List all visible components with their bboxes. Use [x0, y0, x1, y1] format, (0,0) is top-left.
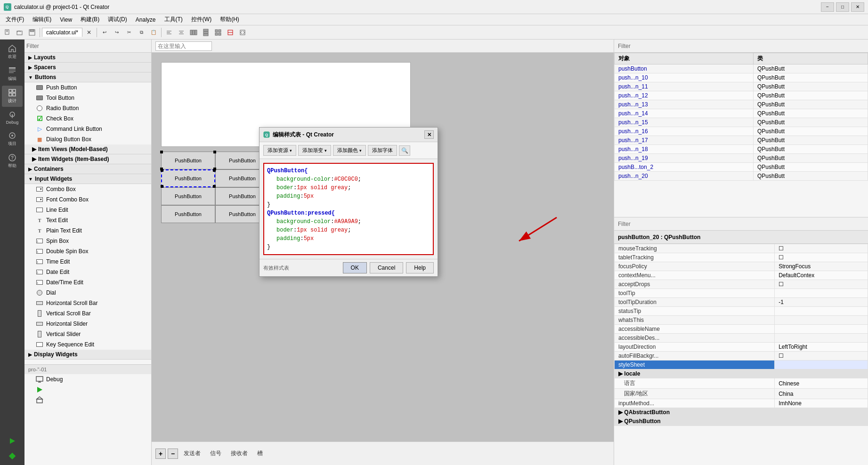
add-resource-btn[interactable]: 添加资源 ▾ [263, 145, 296, 156]
run-btn[interactable] [2, 434, 23, 448]
table-row[interactable]: pushButtonQPushButt [615, 64, 868, 73]
toolbar-layout-grid[interactable] [212, 27, 224, 38]
add-connection-btn[interactable]: + [155, 449, 166, 459]
property-row[interactable]: ▶ QPushButton [615, 417, 868, 426]
mode-edit[interactable]: 编辑 [2, 64, 23, 85]
minimize-btn[interactable]: − [821, 2, 834, 12]
table-row[interactable]: push...n_14QPushButt [615, 109, 868, 118]
sidebar-item-vertical-slider[interactable]: Vertical Slider [24, 329, 151, 339]
sidebar-item-text-edit[interactable]: T Text Edit [24, 215, 151, 225]
table-row[interactable]: pushB...ton_2QPushButt [615, 163, 868, 172]
sidebar-item-line-edit[interactable]: Line Edit [24, 205, 151, 215]
property-row[interactable]: mouseTracking☐ [615, 244, 868, 253]
property-row[interactable]: toolTip [615, 289, 868, 298]
menu-view[interactable]: View [56, 16, 76, 24]
toolbar-layout-v[interactable] [200, 27, 211, 38]
group-display-widgets[interactable]: ▶ Display Widgets [24, 350, 151, 360]
push-button-6[interactable]: PushButton [161, 187, 215, 205]
menu-controls[interactable]: 控件(W) [187, 15, 215, 24]
sidebar-item-radio-button[interactable]: Radio Button [24, 103, 151, 113]
sidebar-item-build-bottom[interactable] [24, 395, 151, 405]
toolbar-redo[interactable]: ↪ [111, 27, 122, 38]
push-button-3[interactable]: PushButton [161, 169, 215, 187]
dialog-cancel-btn[interactable]: Cancel [370, 262, 403, 273]
property-row[interactable]: accessibleDes... [615, 334, 868, 343]
property-row[interactable]: styleSheet [615, 361, 868, 369]
table-row[interactable]: push...n_13QPushButt [615, 100, 868, 109]
maximize-btn[interactable]: □ [836, 2, 849, 12]
table-row[interactable]: push...n_15QPushButt [615, 118, 868, 127]
toolbar-layout-h[interactable] [188, 27, 199, 38]
property-row[interactable]: accessibleName [615, 325, 868, 334]
property-row[interactable]: ▶ QAbstractButton [615, 408, 868, 417]
property-row[interactable]: layoutDirectionLeftToRight [615, 343, 868, 352]
code-editor[interactable]: QPushButton{ background-color:#C0C0C0; b… [263, 163, 434, 255]
sidebar-item-key-sequence[interactable]: Key Sequence Edit [24, 339, 151, 350]
add-color-btn[interactable]: 添加颜色 ▾ [333, 145, 366, 156]
toolbar-align-left[interactable] [163, 27, 175, 38]
dialog-search-btn[interactable]: 🔍 [399, 145, 410, 156]
table-row[interactable]: push...n_11QPushButt [615, 82, 868, 91]
property-row[interactable]: 语言Chinese [615, 378, 868, 389]
mode-welcome[interactable]: 欢迎 [2, 41, 23, 63]
mode-project[interactable]: 项目 [2, 128, 23, 150]
toolbar-open[interactable] [14, 27, 25, 38]
property-row[interactable]: acceptDrops☐ [615, 280, 868, 289]
menu-build[interactable]: 构建(B) [77, 15, 103, 24]
property-row[interactable]: inputMethod...ImhNone [615, 399, 868, 408]
tab-signal[interactable]: 信号 [206, 449, 225, 458]
toolbar-undo[interactable]: ↩ [99, 27, 110, 38]
sidebar-item-spin-box[interactable]: ↕ Spin Box [24, 236, 151, 246]
menu-file[interactable]: 文件(F) [2, 15, 28, 24]
toolbar-copy[interactable]: ⧉ [136, 27, 147, 38]
tab-slot[interactable]: 槽 [253, 449, 267, 458]
sidebar-item-horizontal-scroll[interactable]: Horizontal Scroll Bar [24, 298, 151, 308]
dialog-close-btn[interactable]: ✕ [424, 130, 434, 139]
sidebar-item-font-combo-box[interactable]: ▾ Font Combo Box [24, 194, 151, 205]
table-row[interactable]: push...n_17QPushButt [615, 136, 868, 145]
build-btn[interactable] [2, 449, 23, 463]
group-containers[interactable]: ▶ Containers [24, 164, 151, 174]
menu-edit[interactable]: 编辑(E) [29, 15, 55, 24]
table-row[interactable]: push...n_20QPushButt [615, 172, 868, 181]
group-buttons[interactable]: ▼ Buttons [24, 72, 151, 82]
menu-tools[interactable]: 工具(T) [161, 15, 187, 24]
sidebar-item-horizontal-slider[interactable]: Horizontal Slider [24, 319, 151, 329]
add-font-btn[interactable]: 添加字体 [368, 145, 397, 156]
file-tab[interactable]: calculator.ui* [42, 28, 82, 37]
property-row[interactable]: autoFillBackgr...☐ [615, 352, 868, 361]
property-row[interactable]: ▶ locale [615, 369, 868, 378]
group-layouts[interactable]: ▶ Layouts [24, 53, 151, 63]
mode-design[interactable]: 设计 [2, 86, 23, 107]
sidebar-item-dial[interactable]: Dial [24, 288, 151, 298]
sidebar-item-vertical-scroll[interactable]: Vertical Scroll Bar [24, 308, 151, 319]
sidebar-item-command-link[interactable]: ▷ Command Link Button [24, 124, 151, 134]
property-row[interactable]: focusPolicyStrongFocus [615, 262, 868, 271]
menu-analyze[interactable]: Analyze [132, 16, 160, 24]
close-btn[interactable]: ✕ [851, 2, 864, 12]
sidebar-item-debug-bottom[interactable]: Debug [24, 374, 151, 385]
toolbar-new[interactable] [2, 27, 13, 38]
push-button-9[interactable]: PushButton [161, 205, 215, 223]
sidebar-item-run-bottom[interactable] [24, 385, 151, 395]
dialog-ok-btn[interactable]: OK [343, 262, 367, 273]
property-row[interactable]: statusTip [615, 307, 868, 316]
sidebar-item-tool-button[interactable]: Tool Button [24, 93, 151, 103]
sidebar-item-double-spin-box[interactable]: ↕ Double Spin Box [24, 246, 151, 257]
tab-sender[interactable]: 发送者 [180, 449, 204, 458]
property-row[interactable]: contextMenu...DefaultContex [615, 271, 868, 280]
menu-help[interactable]: 帮助(H) [216, 15, 243, 24]
table-row[interactable]: push...n_16QPushButt [615, 127, 868, 136]
group-item-widgets[interactable]: ▶ Item Widgets (Item-Based) [24, 154, 151, 164]
sidebar-item-plain-text-edit[interactable]: T Plain Text Edit [24, 225, 151, 236]
property-row[interactable]: tabletTracking☐ [615, 253, 868, 262]
toolbar-save[interactable] [26, 27, 38, 38]
dialog-help-btn[interactable]: Help [406, 262, 434, 273]
mode-debug[interactable]: Debug [2, 108, 23, 128]
toolbar-cut[interactable]: ✂ [123, 27, 135, 38]
table-row[interactable]: push...n_19QPushButt [615, 154, 868, 163]
table-row[interactable]: push...n_10QPushButt [615, 73, 868, 82]
table-row[interactable]: push...n_12QPushButt [615, 91, 868, 100]
table-row[interactable]: push...n_18QPushButt [615, 145, 868, 154]
push-button-0[interactable]: PushButton [161, 152, 215, 169]
